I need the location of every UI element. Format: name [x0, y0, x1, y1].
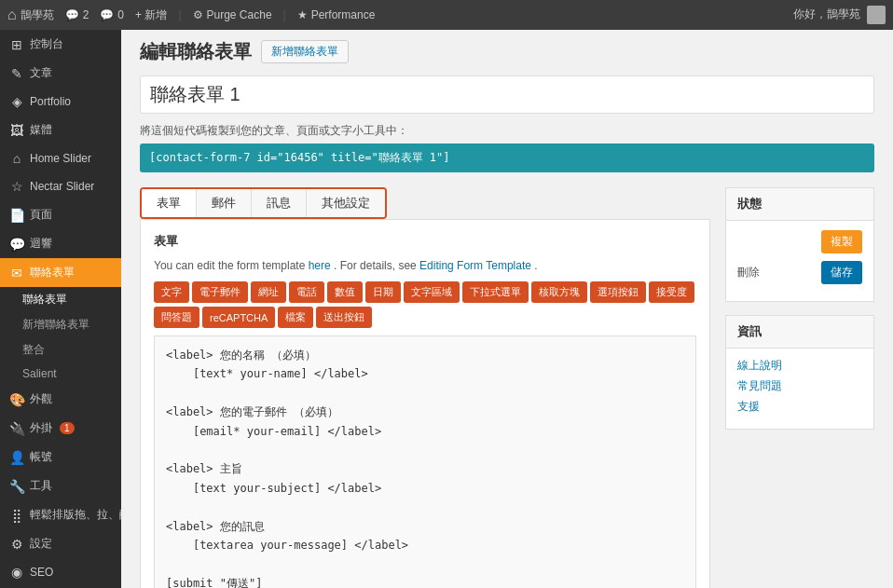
copy-button[interactable]: 複製 [821, 230, 862, 253]
tag-btn-dropdown[interactable]: 下拉式選單 [462, 281, 529, 303]
user-greeting[interactable]: 你好，鵲學苑 [793, 6, 886, 24]
tag-btn-radio[interactable]: 選項按鈕 [590, 281, 646, 303]
code-editor[interactable]: <label> 您的名稱 （必填） [text* your-name] </la… [154, 335, 696, 588]
tab-form[interactable]: 表單 [142, 189, 197, 217]
media-icon: 🖼 [9, 123, 24, 138]
moderation-item[interactable]: 💬 0 [100, 8, 124, 21]
sidebar-item-posts[interactable]: ✎ 文章 [0, 59, 121, 88]
posts-icon: ✎ [9, 66, 24, 81]
tools-icon: 🔧 [9, 479, 24, 494]
sidebar-item-drag-drop[interactable]: ⣿ 輕鬆排版拖、拉、酷！ [0, 500, 121, 529]
shortcode-box[interactable]: [contact-form-7 id="16456" title="聯絡表單 1… [140, 144, 874, 172]
add-new-item[interactable]: + 新增 [135, 7, 167, 23]
sidebar-sub-label-contact-forms: 聯絡表單 [22, 292, 67, 308]
sidebar-item-nectar-slider[interactable]: ☆ Nectar Slider [0, 172, 121, 200]
page-title: 編輯聯絡表單 [140, 39, 252, 64]
admin-bar: ⌂ 鵲學苑 💬 2 💬 0 + 新增 | ⚙ Purge Cache | ★ P… [0, 0, 893, 30]
purge-cache-label: Purge Cache [207, 8, 272, 21]
online-help-link[interactable]: 線上說明 [737, 358, 862, 374]
add-new-button[interactable]: 新增聯絡表單 [261, 40, 349, 63]
dashboard-icon: ⊞ [9, 37, 24, 52]
sidebar-label-media: 媒體 [30, 122, 52, 138]
editor-info: You can edit the form template here . Fo… [154, 259, 696, 272]
support-link[interactable]: 支援 [737, 399, 862, 415]
info-panel-header: 資訊 [726, 316, 873, 349]
main-layout: 表單 郵件 訊息 其他設定 表單 You can edit the form t… [140, 187, 874, 588]
tag-btn-acceptance[interactable]: 接受度 [649, 281, 694, 303]
tag-btn-phone[interactable]: 電話 [289, 281, 324, 303]
sidebar-label-comments: 迴響 [30, 236, 52, 252]
performance-item[interactable]: ★ Performance [297, 8, 376, 21]
sidebar-label-settings: 設定 [30, 536, 52, 552]
tag-btn-email[interactable]: 電子郵件 [192, 281, 248, 303]
tag-buttons-row-1: 文字 電子郵件 網址 電話 數值 日期 文字區域 下拉式選單 核取方塊 選項按鈕… [154, 281, 696, 303]
form-title-input[interactable] [140, 75, 874, 114]
sidebar-label-plugins: 外掛 [30, 420, 52, 436]
tag-btn-quiz[interactable]: 問答題 [154, 307, 199, 328]
sidebar-item-contact-forms[interactable]: ✉ 聯絡表單 [0, 258, 121, 287]
faq-link[interactable]: 常見問題 [737, 378, 862, 394]
wrap: 編輯聯絡表單 新增聯絡表單 將這個短代碼複製到您的文章、頁面或文字小工具中： [… [121, 30, 893, 588]
tab-other-settings[interactable]: 其他設定 [307, 189, 385, 217]
mail-icon: ✉ [9, 266, 24, 280]
tag-btn-textarea[interactable]: 文字區域 [404, 281, 460, 303]
sidebar-sub-contact-forms[interactable]: 聯絡表單 [0, 287, 121, 312]
comments-item[interactable]: 💬 2 [65, 8, 89, 21]
form-content-title: 表單 [154, 233, 696, 250]
delete-save-row: 刪除 儲存 [737, 261, 862, 284]
sidebar-sub-salient[interactable]: Salient [0, 362, 121, 385]
tag-btn-date[interactable]: 日期 [365, 281, 401, 303]
sidebar-item-tools[interactable]: 🔧 工具 [0, 472, 121, 500]
tag-btn-checkbox[interactable]: 核取方塊 [531, 281, 587, 303]
wp-wrap: ⊞ 控制台 ✎ 文章 ◈ Portfolio 🖼 媒體 ⌂ Home Slide… [0, 30, 893, 588]
sidebar-sub-add-contact-form[interactable]: 新增聯絡表單 [0, 312, 121, 337]
settings-icon: ⚙ [9, 537, 24, 552]
comments-menu-icon: 💬 [9, 237, 24, 252]
status-panel: 狀態 複製 刪除 儲存 [725, 187, 874, 302]
site-name-item[interactable]: ⌂ 鵲學苑 [7, 7, 54, 23]
sep2: | [283, 8, 286, 21]
sidebar-item-home-slider[interactable]: ⌂ Home Slider [0, 144, 121, 172]
tab-messages[interactable]: 訊息 [252, 189, 307, 217]
tag-btn-file[interactable]: 檔案 [278, 307, 313, 328]
sidebar-label-contact-forms: 聯絡表單 [30, 265, 75, 280]
users-icon: 👤 [9, 450, 24, 465]
sidebar-label-portfolio: Portfolio [30, 95, 71, 108]
info-text-2: . For details, see [334, 259, 419, 272]
form-tabs: 表單 郵件 訊息 其他設定 [140, 187, 387, 219]
sidebar-item-appearance[interactable]: 🎨 外觀 [0, 385, 121, 414]
tag-btn-number[interactable]: 數值 [327, 281, 363, 303]
sidebar-label-pages: 頁面 [30, 207, 52, 223]
editing-template-link[interactable]: Editing Form Template [419, 259, 531, 272]
sidebar-item-media[interactable]: 🖼 媒體 [0, 116, 121, 144]
sidebar-item-plugins[interactable]: 🔌 外掛 1 [0, 414, 121, 443]
sidebar: ⊞ 控制台 ✎ 文章 ◈ Portfolio 🖼 媒體 ⌂ Home Slide… [0, 30, 121, 588]
moderation-count: 0 [117, 8, 124, 21]
sidebar-item-comments[interactable]: 💬 迴響 [0, 229, 121, 258]
shortcode-label: 將這個短代碼複製到您的文章、頁面或文字小工具中： [140, 123, 874, 139]
sidebar-panels: 狀態 複製 刪除 儲存 [725, 187, 874, 588]
tag-btn-recaptcha[interactable]: reCAPTCHA [202, 307, 275, 328]
purge-cache-item[interactable]: ⚙ Purge Cache [193, 8, 272, 21]
wp-icon: ⌂ [7, 7, 17, 23]
tag-btn-submit[interactable]: 送出按鈕 [316, 307, 372, 328]
comment-icon: 💬 [100, 8, 114, 21]
comments-count: 2 [83, 8, 89, 21]
delete-label[interactable]: 刪除 [737, 265, 760, 280]
sidebar-sub-integration[interactable]: 整合 [0, 337, 121, 362]
sidebar-item-settings[interactable]: ⚙ 設定 [0, 529, 121, 558]
sidebar-item-portfolio[interactable]: ◈ Portfolio [0, 88, 121, 116]
info-panel: 資訊 線上說明 常見問題 支援 [725, 315, 874, 430]
save-button[interactable]: 儲存 [821, 261, 862, 284]
main-content: 編輯聯絡表單 新增聯絡表單 將這個短代碼複製到您的文章、頁面或文字小工具中： [… [121, 30, 893, 588]
sidebar-item-seo[interactable]: ◉ SEO [0, 558, 121, 586]
plugins-badge: 1 [60, 422, 75, 434]
tag-btn-url[interactable]: 網址 [251, 281, 286, 303]
sidebar-item-users[interactable]: 👤 帳號 [0, 443, 121, 472]
tab-mail[interactable]: 郵件 [197, 189, 252, 217]
here-link[interactable]: here [309, 259, 331, 272]
sidebar-item-dashboard[interactable]: ⊞ 控制台 [0, 30, 121, 59]
sidebar-item-pages[interactable]: 📄 頁面 [0, 200, 121, 229]
tag-btn-text[interactable]: 文字 [154, 281, 189, 303]
sep1: | [178, 8, 181, 21]
